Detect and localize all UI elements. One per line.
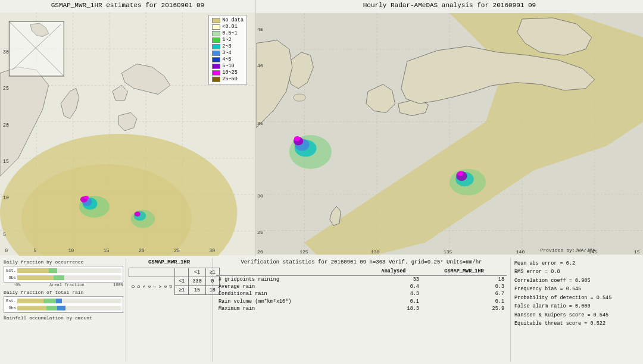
svg-text:40: 40	[257, 63, 263, 68]
stat-hanssen: Hanssen & Kuipers score = 0.545	[514, 311, 638, 319]
legend-label-nodata: No data	[222, 17, 244, 23]
legend-swatch-5to10	[212, 64, 220, 69]
stat-freq-bias: Frequency bias = 0.545	[514, 285, 638, 293]
legend-row-4to5: 4~5	[212, 57, 244, 62]
occ-obs-fill	[17, 275, 54, 280]
legend-swatch-4to5	[212, 57, 220, 62]
svg-text:20: 20	[139, 248, 145, 253]
verif-analysed-1: 0.4	[366, 283, 422, 290]
verif-label-2: Conditional rain	[216, 290, 366, 297]
legend-swatch-lt001	[212, 24, 220, 30]
legend-row-1to2: 1~2	[212, 37, 244, 43]
occ-est-fill	[17, 268, 49, 273]
legend-swatch-nodata	[212, 18, 220, 23]
legend-row-5to10: 5~10	[212, 63, 244, 69]
occ-obs-label: Obs	[5, 275, 16, 280]
verif-row-1: Average rain 0.4 0.3	[216, 283, 507, 290]
legend-label-lt001: <0.01	[222, 24, 238, 30]
svg-text:0: 0	[5, 248, 8, 253]
occ-est-row: Est.	[5, 268, 121, 274]
legend-row-2to3: 2~3	[212, 43, 244, 49]
verif-analysed-3: 0.1	[366, 297, 422, 305]
verif-blank-col	[216, 268, 366, 275]
rain-est-fill	[17, 299, 43, 303]
verif-header: Analysed GSMAP_MWR_1HR	[216, 268, 507, 275]
verif-table: Analysed GSMAP_MWR_1HR # gridpoints rain…	[216, 268, 507, 312]
verif-gsmap-header: GSMAP_MWR_1HR	[422, 268, 507, 275]
stat-mean-abs: Mean abs error = 0.2	[514, 259, 638, 268]
cont-row-ge1: ≥1	[175, 286, 189, 295]
bottom-row: Daily fraction by occurrence Est. Obs	[0, 256, 643, 364]
verif-analysed-header: Analysed	[366, 268, 422, 275]
verif-analysed-0: 33	[366, 276, 422, 284]
legend-label-25to50: 25~50	[222, 76, 238, 82]
accum-chart-section: Rainfall accumulation by amount	[4, 315, 123, 322]
svg-text:20: 20	[257, 249, 263, 255]
rain-obs-label: Obs	[5, 306, 16, 310]
occ-est-track	[17, 268, 121, 273]
svg-text:35: 35	[257, 121, 263, 126]
verif-label-4: Maximum rain	[216, 305, 366, 312]
bottom-charts-section: Daily fraction by occurrence Est. Obs	[1, 258, 126, 362]
svg-point-49	[294, 94, 305, 101]
verif-row-2: Conditional rain 4.3 6.7	[216, 290, 507, 297]
stat-corr: Correlation coeff = 0.905	[514, 277, 638, 285]
verif-gsmap-3: 0.1	[422, 297, 507, 305]
svg-text:25: 25	[174, 248, 180, 253]
verif-analysed-4: 18.3	[366, 305, 422, 312]
contingency-section: GSMAP_MWR_1HR <1 ≥1 Observed <1 330 0	[126, 258, 213, 362]
legend-label-2to3: 2~3	[222, 43, 231, 49]
accum-chart-title: Rainfall accumulation by amount	[4, 315, 123, 321]
rain-obs-track	[17, 306, 121, 310]
verif-row-0: # gridpoints raining 33 18	[216, 276, 507, 284]
rain-obs-fill3	[57, 306, 65, 310]
rain-obs-row: Obs	[5, 305, 121, 311]
legend-row-3to4: 3~4	[212, 50, 244, 56]
verif-analysed-2: 4.3	[366, 290, 422, 297]
svg-text:140: 140	[516, 249, 525, 255]
verif-label-1: Average rain	[216, 283, 366, 290]
contingency-table: <1 ≥1 Observed <1 330 0 ≥1 15 18	[129, 268, 220, 295]
legend-label-4to5: 4~5	[222, 57, 231, 62]
rain-est-track	[17, 299, 121, 303]
legend-swatch-10to25	[212, 70, 220, 76]
left-map-title: GSMAP_MWR_1HR estimates for 20160901 09	[0, 0, 255, 10]
legend-swatch-05to1	[212, 31, 220, 36]
svg-text:25: 25	[257, 230, 263, 235]
rain-est-fill3	[56, 299, 63, 303]
legend-label-5to10: 5~10	[222, 63, 234, 69]
occ-axis-0: 0%	[15, 283, 20, 287]
cont-row-lt1: <1	[175, 277, 189, 286]
svg-text:130: 130	[371, 249, 380, 255]
svg-point-21	[135, 212, 141, 216]
svg-text:10: 10	[3, 195, 9, 200]
rain-chart-title: Daily fraction of total rain	[4, 290, 123, 295]
verification-section: Verification statistics for 20160901 09 …	[213, 258, 511, 362]
rain-chart-section: Daily fraction of total rain Est. Obs	[4, 290, 123, 313]
verif-gsmap-4: 25.9	[422, 305, 507, 312]
main-container: GSMAP_MWR_1HR estimates for 20160901 09 …	[0, 0, 643, 364]
svg-point-20	[84, 196, 89, 199]
stat-prob-det: Probability of detection = 0.545	[514, 294, 638, 302]
stat-equitable: Equitable threat score = 0.522	[514, 319, 638, 328]
cont-col-lt1: <1	[189, 268, 205, 277]
svg-point-58	[457, 171, 463, 176]
contingency-title: GSMAP_MWR_1HR	[129, 259, 210, 265]
cont-blank	[129, 268, 175, 277]
svg-text:15: 15	[634, 249, 640, 255]
legend-swatch-25to50	[212, 77, 220, 82]
svg-point-56	[294, 136, 300, 141]
svg-text:25: 25	[3, 86, 9, 91]
verif-gsmap-0: 18	[422, 276, 507, 284]
rain-obs-fill2	[46, 306, 57, 310]
legend-label-1to2: 1~2	[222, 37, 231, 43]
occ-axis-100: 100%	[113, 283, 123, 287]
verif-row-4: Maximum rain 18.3 25.9	[216, 305, 507, 312]
svg-text:5: 5	[33, 248, 36, 253]
svg-text:20: 20	[3, 123, 9, 128]
occ-chart-section: Daily fraction by occurrence Est. Obs	[4, 259, 123, 287]
cont-obs-side: Observed	[129, 277, 175, 295]
occ-obs-row: Obs	[5, 275, 121, 281]
cont-header-row: <1 ≥1	[129, 268, 220, 277]
legend-label-05to1: 0.5~1	[222, 30, 238, 36]
